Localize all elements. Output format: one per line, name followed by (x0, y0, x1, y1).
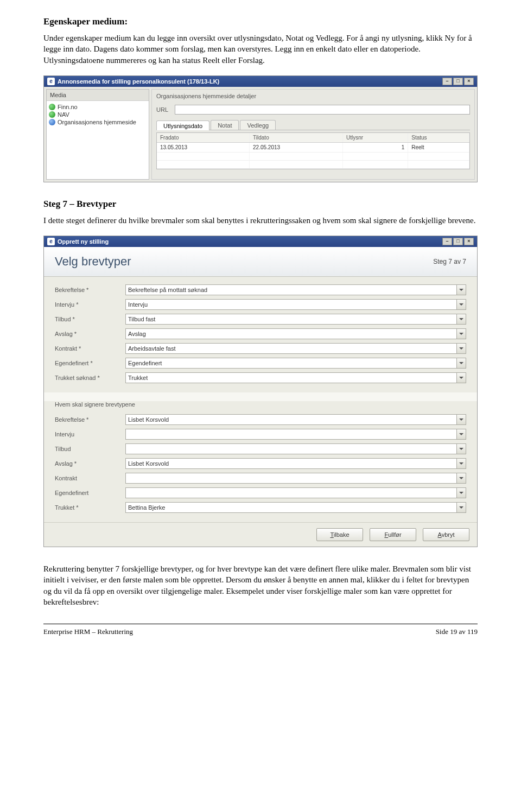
page-footer: Enterprise HRM – Rekruttering Side 19 av… (43, 624, 478, 636)
close-button[interactable]: × (464, 78, 474, 85)
cell-status: Reelt (408, 142, 469, 152)
cancel-button[interactable]: Avbryt (423, 528, 469, 541)
dropdown-button[interactable] (456, 328, 466, 339)
select-input[interactable] (125, 358, 456, 369)
window-title: Opprett ny stilling (58, 238, 109, 245)
minimize-button[interactable]: – (442, 78, 452, 85)
select-input[interactable] (125, 284, 456, 295)
select-field[interactable] (125, 328, 466, 339)
maximize-button[interactable]: □ (453, 78, 463, 85)
select-input[interactable] (125, 314, 456, 325)
select-field[interactable] (125, 429, 466, 440)
select-input[interactable] (125, 502, 456, 513)
form-row: Kontrakt * (55, 343, 466, 354)
select-input[interactable] (125, 414, 456, 425)
select-field[interactable] (125, 358, 466, 369)
dropdown-button[interactable] (456, 372, 466, 383)
dropdown-button[interactable] (456, 443, 466, 454)
window-opprett-stilling: e Opprett ny stilling – □ × Velg brevtyp… (43, 236, 478, 547)
tab-notat[interactable]: Notat (211, 120, 239, 130)
dropdown-button[interactable] (456, 299, 466, 310)
cell-tildato: 22.05.2013 (250, 142, 343, 152)
status-dot-icon (49, 119, 55, 125)
select-field[interactable] (125, 458, 466, 469)
select-input[interactable] (125, 458, 456, 469)
chevron-down-icon (459, 418, 463, 421)
url-input[interactable] (175, 105, 470, 115)
select-input[interactable] (125, 343, 456, 354)
back-button[interactable]: Tilbake (316, 528, 363, 541)
table-row[interactable]: 13.05.2013 22.05.2013 1 Reelt (157, 142, 469, 152)
chevron-down-icon (459, 448, 463, 450)
tab-utlysningsdato[interactable]: Utlysningsdato (156, 120, 209, 130)
doc-heading-1: Egenskaper medium: (43, 16, 478, 27)
list-item-label: Finn.no (58, 104, 78, 110)
form-subheading: Hvem skal signere brevtypene (55, 401, 466, 408)
details-title: Organisasjonens hjemmeside detaljer (156, 93, 470, 99)
select-input[interactable] (125, 372, 456, 383)
app-icon: e (47, 78, 55, 85)
select-field[interactable] (125, 343, 466, 354)
dropdown-button[interactable] (456, 343, 466, 354)
form-row: Intervju (55, 429, 466, 440)
col-utlysnr[interactable]: Utlysnr (342, 133, 408, 143)
select-field[interactable] (125, 473, 466, 484)
col-fradato[interactable]: Fradato (157, 133, 250, 143)
field-label: Avslag * (55, 460, 125, 467)
field-label: Trukket søknad * (55, 375, 125, 381)
window-annonsemedia: e Annonsemedia for stilling personalkons… (43, 75, 478, 182)
field-label: Tilbud (55, 446, 125, 452)
field-label: Bekreftelse * (55, 287, 125, 293)
table-row[interactable] (157, 160, 469, 168)
dropdown-button[interactable] (456, 458, 466, 469)
close-button[interactable]: × (464, 238, 474, 245)
finish-button[interactable]: Fullfør (370, 528, 416, 541)
media-header: Media (47, 90, 149, 101)
col-tildato[interactable]: Tildato (250, 133, 343, 143)
select-input[interactable] (125, 487, 456, 498)
dates-grid: Fradato Tildato Utlysnr Status 13.05.201… (156, 132, 470, 169)
list-item[interactable]: Organisasjonens hjemmeside (49, 118, 147, 126)
select-field[interactable] (125, 487, 466, 498)
col-status[interactable]: Status (408, 133, 469, 143)
select-input[interactable] (125, 429, 456, 440)
form-row: Intervju * (55, 299, 466, 310)
status-dot-icon (49, 111, 55, 118)
status-dot-icon (49, 104, 55, 110)
select-input[interactable] (125, 473, 456, 484)
list-item[interactable]: NAV (49, 111, 147, 118)
select-field[interactable] (125, 502, 466, 513)
form-row: Avslag * (55, 458, 466, 469)
app-icon: e (47, 238, 55, 245)
select-field[interactable] (125, 284, 466, 295)
dropdown-button[interactable] (456, 502, 466, 513)
select-field[interactable] (125, 443, 466, 454)
select-field[interactable] (125, 372, 466, 383)
select-field[interactable] (125, 314, 466, 325)
dropdown-button[interactable] (456, 473, 466, 484)
minimize-button[interactable]: – (442, 238, 452, 245)
chevron-down-icon (459, 333, 463, 335)
table-row[interactable] (157, 152, 469, 160)
list-item[interactable]: Finn.no (49, 103, 147, 111)
chevron-down-icon (459, 318, 463, 320)
form-row: Trukket * (55, 502, 466, 513)
dropdown-button[interactable] (456, 284, 466, 295)
field-label: Bekreftelse * (55, 416, 125, 423)
maximize-button[interactable]: □ (453, 238, 463, 245)
select-field[interactable] (125, 299, 466, 310)
select-input[interactable] (125, 443, 456, 454)
form-row: Tilbud * (55, 314, 466, 325)
dropdown-button[interactable] (456, 358, 466, 369)
doc-paragraph-2: I dette steget definerer du hvilke brevm… (43, 215, 478, 226)
dropdown-button[interactable] (456, 487, 466, 498)
list-item-label: Organisasjonens hjemmeside (58, 119, 136, 125)
select-field[interactable] (125, 414, 466, 425)
wizard-step: Steg 7 av 7 (433, 258, 466, 265)
dropdown-button[interactable] (456, 314, 466, 325)
tab-vedlegg[interactable]: Vedlegg (240, 120, 276, 130)
select-input[interactable] (125, 299, 456, 310)
dropdown-button[interactable] (456, 414, 466, 425)
select-input[interactable] (125, 328, 456, 339)
dropdown-button[interactable] (456, 429, 466, 440)
